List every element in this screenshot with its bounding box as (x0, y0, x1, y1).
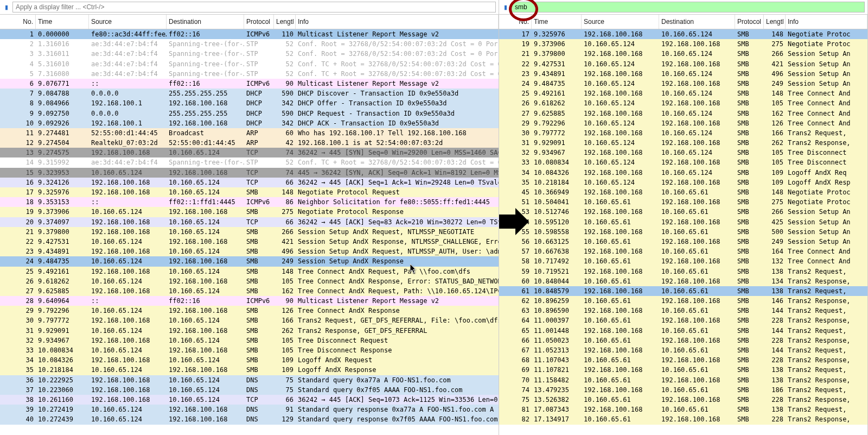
table-row[interactable]: 5910.719521192.168.100.16810.160.65.61SM… (499, 267, 867, 276)
header-no[interactable]: No. (0, 15, 36, 29)
header-time[interactable]: Time (36, 15, 89, 29)
table-row[interactable]: 169.324126192.168.100.16810.160.65.124TC… (0, 178, 499, 187)
table-row[interactable]: 4010.27243910.160.65.124192.168.100.168D… (0, 414, 499, 424)
table-row[interactable]: 21.316016ae:3d:44:e7:b4:f4Spanning-tree-… (0, 39, 499, 49)
header-time[interactable]: Time (532, 15, 582, 29)
table-row[interactable]: 4510.366949192.168.100.16810.160.65.61SM… (499, 187, 867, 197)
table-row[interactable]: 129.274504RealtekU_07:03:2d52:55:00:d1:4… (0, 138, 499, 148)
table-row[interactable]: 45.316010ae:3d:44:e7:b4:f4Spanning-tree-… (0, 59, 499, 69)
table-row[interactable]: 7011.15848210.160.65.61192.168.100.168SM… (499, 375, 867, 385)
header-protocol[interactable]: Protocol (735, 15, 764, 29)
table-row[interactable]: 69.076771::ff02::16ICMPv690Multicast Lis… (0, 79, 499, 89)
table-row[interactable]: 319.92909110.160.65.124192.168.100.168SM… (499, 138, 867, 148)
table-row[interactable]: 6110.848579192.168.100.16810.160.65.61SM… (499, 286, 867, 296)
header-source[interactable]: Source (582, 15, 659, 29)
table-row[interactable]: 239.434891192.168.100.16810.160.65.124SM… (0, 247, 499, 256)
table-row[interactable]: 199.37390610.160.65.124192.168.100.168SM… (499, 39, 867, 49)
table-row[interactable]: 219.379800192.168.100.16810.160.65.124SM… (0, 227, 499, 237)
table-row[interactable]: 249.48473510.160.65.124192.168.100.168SM… (0, 256, 499, 266)
table-row[interactable]: 299.79229610.160.65.124192.168.100.168SM… (499, 118, 867, 128)
table-row[interactable]: 219.379800192.168.100.16810.160.65.124SM… (499, 49, 867, 59)
table-row[interactable]: 119.27448152:55:00:d1:44:45BroadcastARP6… (0, 128, 499, 138)
header-destination[interactable]: Destination (659, 15, 735, 29)
table-row[interactable]: 6611.05002310.160.65.61192.168.100.168SM… (499, 336, 867, 345)
table-row[interactable]: 159.32395310.160.65.124192.168.100.168TC… (0, 168, 499, 178)
table-row[interactable]: 5710.667638192.168.100.16810.160.65.61SM… (499, 247, 867, 256)
table-row[interactable]: 3610.222925192.168.100.16810.160.65.124D… (0, 375, 499, 385)
table-row[interactable]: 329.934967192.168.100.16810.160.65.124SM… (499, 148, 867, 157)
table-row[interactable]: 309.797772192.168.100.16810.160.65.124SM… (499, 128, 867, 138)
table-row[interactable]: 3310.08083410.160.65.124192.168.100.168S… (0, 345, 499, 355)
table-row[interactable]: 3810.261160192.168.100.16810.160.65.124T… (0, 395, 499, 405)
table-row[interactable]: 3510.21818410.160.65.124192.168.100.168S… (0, 365, 499, 375)
table-row[interactable]: 6411.00039710.160.65.61192.168.100.168SM… (499, 316, 867, 325)
bookmark-icon[interactable]: ▮ (502, 3, 509, 11)
table-row[interactable]: 3310.08083410.160.65.124192.168.100.168S… (499, 157, 867, 167)
header-info[interactable]: Info (296, 15, 499, 29)
table-row[interactable]: 249.48473510.160.65.124192.168.100.168SM… (499, 79, 867, 89)
table-row[interactable]: 6711.052313192.168.100.16810.160.65.61SM… (499, 345, 867, 355)
table-row[interactable]: 5110.50404110.160.65.61192.168.100.168SM… (499, 197, 867, 207)
table-row[interactable]: 3910.27241910.160.65.124192.168.100.168D… (0, 405, 499, 414)
table-row[interactable]: 7513.52638210.160.65.61192.168.100.168SM… (499, 395, 867, 405)
header-length[interactable]: Lengtl (274, 15, 296, 29)
packet-list-left[interactable]: 10.000000fe80::ac3d:44ff:fee…ff02::16ICM… (0, 29, 499, 435)
header-length[interactable]: Lengtl (764, 15, 786, 29)
table-row[interactable]: 179.325976192.168.100.16810.160.65.124SM… (0, 187, 499, 197)
packet-list-right[interactable]: 179.325976192.168.100.16810.160.65.124SM… (499, 29, 867, 435)
table-row[interactable]: 319.92909110.160.65.124192.168.100.168SM… (0, 326, 499, 336)
header-protocol[interactable]: Protocol (244, 15, 274, 29)
table-row[interactable]: 6310.896590192.168.100.16810.160.65.61SM… (499, 306, 867, 316)
table-row[interactable]: 3410.084326192.168.100.16810.160.65.124S… (499, 168, 867, 178)
table-row[interactable]: 309.797772192.168.100.16810.160.65.124SM… (0, 316, 499, 325)
table-row[interactable]: 179.325976192.168.100.16810.160.65.124SM… (499, 29, 867, 39)
table-row[interactable]: 279.625885192.168.100.16810.160.65.124SM… (499, 109, 867, 118)
table-row[interactable]: 5810.71749210.160.65.61192.168.100.168SM… (499, 256, 867, 266)
table-row[interactable]: 33.316011ae:3d:44:e7:b4:f4Spanning-tree-… (0, 49, 499, 59)
table-row[interactable]: 279.625885192.168.100.16810.160.65.124SM… (0, 286, 499, 296)
table-row[interactable]: 259.492161192.168.100.16810.160.65.124SM… (499, 89, 867, 98)
header-destination[interactable]: Destination (167, 15, 244, 29)
table-row[interactable]: 259.492161192.168.100.16810.160.65.124SM… (0, 267, 499, 276)
table-row[interactable]: 3410.084326192.168.100.16810.160.65.124S… (0, 355, 499, 365)
table-row[interactable]: 6811.10704310.160.65.61192.168.100.168SM… (499, 355, 867, 365)
table-row[interactable]: 229.42753110.160.65.124192.168.100.168SM… (499, 59, 867, 69)
table-row[interactable]: 57.316080ae:3d:44:e7:b4:f4Spanning-tree-… (0, 69, 499, 79)
table-row[interactable]: 79.0847880.0.0.0255.255.255.255DHCP590DH… (0, 89, 499, 98)
display-filter-input-left[interactable] (12, 2, 496, 12)
table-row[interactable]: 209.374097192.168.100.16810.160.65.124TC… (0, 217, 499, 227)
table-row[interactable]: 149.315992ae:3d:44:e7:b4:f4Spanning-tree… (0, 157, 499, 167)
table-row[interactable]: 269.61826210.160.65.124192.168.100.168SM… (0, 276, 499, 286)
table-row[interactable]: 6210.89625910.160.65.61192.168.100.168SM… (499, 296, 867, 306)
table-row[interactable]: 199.37390610.160.65.124192.168.100.168SM… (0, 207, 499, 217)
table-row[interactable]: 3710.223060192.168.100.16810.160.65.124D… (0, 385, 499, 395)
table-row[interactable]: 3510.21818410.160.65.124192.168.100.168S… (499, 178, 867, 187)
table-row[interactable]: 5510.598558192.168.100.16810.160.65.61SM… (499, 227, 867, 237)
display-filter-input-right[interactable] (512, 2, 865, 12)
table-row[interactable]: 8117.087343192.168.100.16810.160.65.61SM… (499, 405, 867, 414)
table-row[interactable]: 239.434891192.168.100.16810.160.65.124SM… (499, 69, 867, 79)
table-row[interactable]: 189.353153::ff02::1:ffd1:4445ICMPv686Nei… (0, 197, 499, 207)
table-row[interactable]: 99.0927500.0.0.0255.255.255.255DHCP590DH… (0, 109, 499, 118)
header-no[interactable]: No. (499, 15, 532, 29)
table-row[interactable]: 7413.479235192.168.100.16810.160.65.61SM… (499, 385, 867, 395)
header-info[interactable]: Info (786, 15, 867, 29)
table-row[interactable]: 329.934967192.168.100.16810.160.65.124SM… (0, 336, 499, 345)
table-row[interactable]: 299.79229610.160.65.124192.168.100.168SM… (0, 306, 499, 316)
bookmark-icon[interactable]: ▮ (3, 3, 10, 11)
table-row[interactable]: 139.274575192.168.100.16810.160.65.124TC… (0, 148, 499, 157)
table-row[interactable]: 289.640964::ff02::16ICMPv690Multicast Li… (0, 296, 499, 306)
table-row[interactable]: 5410.59512010.160.65.61192.168.100.168SM… (499, 217, 867, 227)
table-row[interactable]: 109.092926192.168.100.1192.168.100.168DH… (0, 118, 499, 128)
table-row[interactable]: 6911.107821192.168.100.16810.160.65.61SM… (499, 365, 867, 375)
table-row[interactable]: 269.61826210.160.65.124192.168.100.168SM… (499, 98, 867, 108)
table-row[interactable]: 229.42753110.160.65.124192.168.100.168SM… (0, 237, 499, 247)
table-row[interactable]: 5310.512746192.168.100.16810.160.65.61SM… (499, 207, 867, 217)
table-row[interactable]: 10.000000fe80::ac3d:44ff:fee…ff02::16ICM… (0, 29, 499, 39)
table-row[interactable]: 6511.001448192.168.100.16810.160.65.61SM… (499, 326, 867, 336)
table-row[interactable]: 5610.66312510.160.65.61192.168.100.168SM… (499, 237, 867, 247)
table-row[interactable]: 89.084966192.168.100.1192.168.100.168DHC… (0, 98, 499, 108)
header-source[interactable]: Source (89, 15, 167, 29)
table-row[interactable]: 6010.84804410.160.65.61192.168.100.168SM… (499, 276, 867, 286)
table-row[interactable]: 8217.13491710.160.65.61192.168.100.168SM… (499, 414, 867, 424)
